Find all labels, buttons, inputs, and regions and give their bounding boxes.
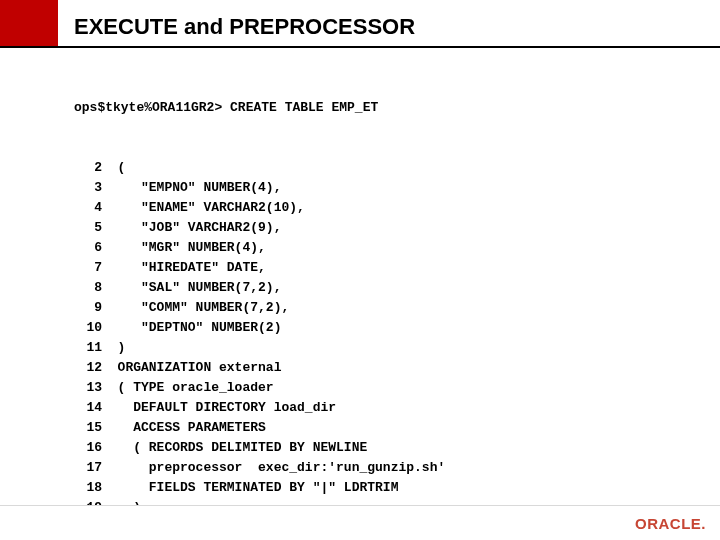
line-number: 4: [74, 198, 102, 218]
line-text: ): [102, 340, 125, 355]
line-number: 3: [74, 178, 102, 198]
code-lines-container: 2 ( 3 "EMPNO" NUMBER(4), 4 "ENAME" VARCH…: [74, 158, 445, 540]
oracle-logo-text: ORACLE: [635, 515, 701, 532]
line-number: 16: [74, 438, 102, 458]
line-text: (: [102, 160, 125, 175]
line-number: 13: [74, 378, 102, 398]
code-line: 2 (: [74, 158, 445, 178]
line-number: 6: [74, 238, 102, 258]
line-text: "JOB" VARCHAR2(9),: [102, 220, 281, 235]
line-text: "EMPNO" NUMBER(4),: [102, 180, 281, 195]
line-text: "HIREDATE" DATE,: [102, 260, 266, 275]
code-block: ops$tkyte%ORA11GR2> CREATE TABLE EMP_ET …: [74, 58, 445, 540]
code-line: 17 preprocessor exec_dir:'run_gunzip.sh': [74, 458, 445, 478]
code-line: 4 "ENAME" VARCHAR2(10),: [74, 198, 445, 218]
line-number: 18: [74, 478, 102, 498]
code-line: 9 "COMM" NUMBER(7,2),: [74, 298, 445, 318]
footer-bar: ORACLE.: [0, 506, 720, 540]
line-text: "COMM" NUMBER(7,2),: [102, 300, 289, 315]
line-text: preprocessor exec_dir:'run_gunzip.sh': [102, 460, 445, 475]
code-line: 18 FIELDS TERMINATED BY "|" LDRTRIM: [74, 478, 445, 498]
line-number: 7: [74, 258, 102, 278]
code-line: 11 ): [74, 338, 445, 358]
code-line: 6 "MGR" NUMBER(4),: [74, 238, 445, 258]
line-text: ORGANIZATION external: [102, 360, 281, 375]
line-number: 12: [74, 358, 102, 378]
code-line: 15 ACCESS PARAMETERS: [74, 418, 445, 438]
line-text: "SAL" NUMBER(7,2),: [102, 280, 281, 295]
code-line: 12 ORGANIZATION external: [74, 358, 445, 378]
code-line: 7 "HIREDATE" DATE,: [74, 258, 445, 278]
line-text: ( RECORDS DELIMITED BY NEWLINE: [102, 440, 367, 455]
line-number: 14: [74, 398, 102, 418]
line-number: 2: [74, 158, 102, 178]
code-line: 8 "SAL" NUMBER(7,2),: [74, 278, 445, 298]
line-text: "DEPTNO" NUMBER(2): [102, 320, 281, 335]
slide: EXECUTE and PREPROCESSOR ops$tkyte%ORA11…: [0, 0, 720, 540]
code-line: 14 DEFAULT DIRECTORY load_dir: [74, 398, 445, 418]
line-text: "ENAME" VARCHAR2(10),: [102, 200, 305, 215]
line-text: DEFAULT DIRECTORY load_dir: [102, 400, 336, 415]
line-text: "MGR" NUMBER(4),: [102, 240, 266, 255]
code-line: 5 "JOB" VARCHAR2(9),: [74, 218, 445, 238]
line-number: 5: [74, 218, 102, 238]
accent-block: [0, 0, 58, 46]
line-number: 11: [74, 338, 102, 358]
code-line: 13 ( TYPE oracle_loader: [74, 378, 445, 398]
line-text: ( TYPE oracle_loader: [102, 380, 274, 395]
code-line: 10 "DEPTNO" NUMBER(2): [74, 318, 445, 338]
oracle-logo-dot: .: [701, 515, 706, 532]
line-number: 15: [74, 418, 102, 438]
line-number: 17: [74, 458, 102, 478]
code-prompt-line: ops$tkyte%ORA11GR2> CREATE TABLE EMP_ET: [74, 98, 445, 118]
code-line: 16 ( RECORDS DELIMITED BY NEWLINE: [74, 438, 445, 458]
code-line: 3 "EMPNO" NUMBER(4),: [74, 178, 445, 198]
line-text: ACCESS PARAMETERS: [102, 420, 266, 435]
line-number: 9: [74, 298, 102, 318]
slide-title: EXECUTE and PREPROCESSOR: [74, 14, 415, 40]
line-text: FIELDS TERMINATED BY "|" LDRTRIM: [102, 480, 398, 495]
oracle-logo: ORACLE.: [635, 515, 706, 532]
line-number: 10: [74, 318, 102, 338]
line-number: 8: [74, 278, 102, 298]
top-rule: [0, 46, 720, 48]
